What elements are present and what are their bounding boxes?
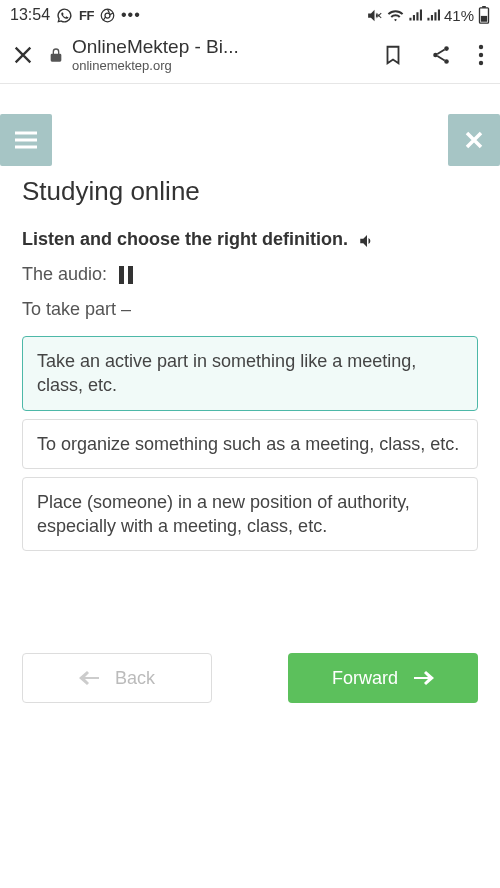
question-area: Listen and choose the right definition. … — [0, 207, 500, 573]
site-info[interactable]: OnlineMektep - Bi... onlinemektep.org — [48, 36, 368, 73]
answer-options: Take an active part in something like a … — [22, 336, 478, 551]
browser-bar: OnlineMektep - Bi... onlinemektep.org — [0, 28, 500, 84]
navigation-row: Back Forward — [0, 653, 500, 703]
answer-option-2[interactable]: To organize something such as a meeting,… — [22, 419, 478, 469]
android-status-bar: 13:54 FF ••• 41% — [0, 0, 500, 28]
arrow-right-icon — [414, 670, 434, 686]
option-text: Place (someone) in a new position of aut… — [37, 492, 410, 536]
answer-option-1[interactable]: Take an active part in something like a … — [22, 336, 478, 411]
back-label: Back — [115, 668, 155, 689]
signal-1-icon — [408, 8, 422, 22]
close-tab-button[interactable] — [12, 44, 34, 66]
bookmark-button[interactable] — [382, 44, 404, 66]
hamburger-menu-button[interactable] — [0, 114, 52, 166]
status-right: 41% — [366, 6, 490, 24]
instruction-text: Listen and choose the right definition. — [22, 229, 348, 249]
battery-text: 41% — [444, 7, 474, 24]
svg-rect-12 — [128, 266, 133, 284]
whatsapp-icon — [56, 7, 73, 24]
svg-rect-11 — [119, 266, 124, 284]
svg-point-10 — [479, 60, 483, 64]
option-text: To organize something such as a meeting,… — [37, 434, 459, 454]
svg-rect-3 — [482, 6, 486, 8]
forward-label: Forward — [332, 668, 398, 689]
battery-icon — [478, 6, 490, 24]
answer-option-3[interactable]: Place (someone) in a new position of aut… — [22, 477, 478, 552]
more-notifications-icon: ••• — [121, 6, 141, 24]
speaker-icon[interactable] — [358, 232, 376, 250]
pause-button[interactable] — [119, 266, 133, 284]
site-domain: onlinemektep.org — [72, 58, 239, 73]
share-button[interactable] — [430, 44, 452, 66]
signal-2-icon — [426, 8, 440, 22]
lock-icon — [48, 47, 64, 63]
browser-menu-button[interactable] — [478, 44, 484, 66]
svg-point-9 — [479, 52, 483, 56]
chrome-icon — [100, 8, 115, 23]
svg-point-8 — [479, 44, 483, 48]
site-title: OnlineMektep - Bi... — [72, 36, 239, 58]
svg-rect-4 — [481, 16, 487, 22]
wifi-icon — [387, 7, 404, 24]
forward-button[interactable]: Forward — [288, 653, 478, 703]
ff-indicator: FF — [79, 8, 94, 23]
arrow-left-icon — [79, 670, 99, 686]
status-time: 13:54 — [10, 6, 50, 24]
back-button[interactable]: Back — [22, 653, 212, 703]
mute-icon — [366, 7, 383, 24]
close-panel-button[interactable] — [448, 114, 500, 166]
option-text: Take an active part in something like a … — [37, 351, 416, 395]
page-title: Studying online — [22, 176, 500, 207]
status-left: 13:54 FF ••• — [10, 6, 141, 24]
page-content: Studying online Listen and choose the ri… — [0, 84, 500, 703]
prompt-text: To take part – — [22, 299, 478, 320]
audio-label: The audio: — [22, 264, 107, 285]
